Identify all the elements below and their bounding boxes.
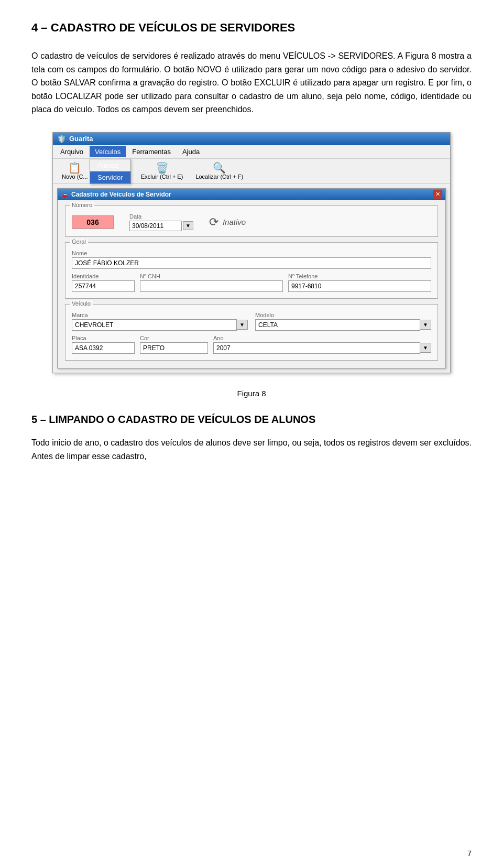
inativo-label: Inativo	[223, 218, 246, 226]
numero-input[interactable]: 036	[72, 215, 114, 229]
excluir-icon: 🗑️	[156, 162, 169, 173]
nome-input[interactable]	[72, 257, 431, 269]
section5-text: Todo inicio de ano, o cadastro dos veícu…	[31, 436, 472, 463]
identidade-input[interactable]	[72, 280, 135, 292]
veiculos-dropdown: Alunos Servidor	[90, 159, 130, 184]
identidade-label: Identidade	[72, 273, 135, 279]
data-field: Data ▼	[129, 213, 193, 231]
app-menubar: Arquivo Veículos Alunos Servidor Ferrame…	[53, 145, 450, 159]
marca-field: Marca ▼	[72, 312, 248, 331]
identity-row: Identidade Nº CNH Nº Telefone	[72, 273, 431, 292]
menu-servidor[interactable]: Servidor	[90, 171, 130, 183]
dialog-title: Cadastro de Veículos de Servidor	[71, 191, 171, 198]
placa-label: Placa	[72, 335, 135, 341]
telefone-field: Nº Telefone	[288, 273, 431, 292]
dialog-icon: 🚗	[61, 191, 69, 198]
data-label: Data	[129, 213, 193, 220]
numero-field: 036	[72, 215, 114, 229]
marca-modelo-row: Marca ▼ Modelo ▼	[72, 312, 431, 331]
menu-alunos[interactable]: Alunos	[90, 159, 130, 171]
intro-paragraph: O cadastro de veículos de servidores é r…	[31, 49, 472, 116]
ano-field: Ano ▼	[213, 335, 431, 354]
identidade-field: Identidade	[72, 273, 135, 292]
date-dropdown-button[interactable]: ▼	[183, 221, 193, 230]
modelo-dropdown-button[interactable]: ▼	[420, 320, 431, 330]
menu-ferramentas[interactable]: Ferramentas	[127, 146, 176, 157]
excluir-button[interactable]: 🗑️ Excluir (Ctrl + E)	[136, 161, 188, 181]
geral-legend: Geral	[70, 238, 88, 245]
telefone-label: Nº Telefone	[288, 273, 431, 279]
modelo-input[interactable]	[255, 319, 420, 331]
modelo-label: Modelo	[255, 312, 431, 318]
numero-legend: Número	[70, 202, 94, 208]
nome-label: Nome	[72, 250, 431, 256]
novo-label: Novo (C...	[62, 173, 88, 180]
spinner-icon: ⟳	[209, 215, 218, 229]
novo-button[interactable]: 📋 Novo (C...	[57, 161, 93, 181]
app-icon: 🛡️	[57, 135, 66, 143]
marca-dropdown-button[interactable]: ▼	[237, 320, 248, 330]
localizar-button[interactable]: 🔍 Localizar (Ctrl + F)	[191, 161, 248, 181]
app-window: 🛡️ Guarita Arquivo Veículos Alunos Servi…	[52, 132, 451, 373]
data-input[interactable]	[129, 221, 182, 231]
dialog-body: Número 036 Data ▼	[58, 200, 445, 368]
dialog-window: 🚗 Cadastro de Veículos de Servidor ✕ Núm…	[57, 188, 446, 368]
localizar-icon: 🔍	[213, 162, 226, 173]
marca-label: Marca	[72, 312, 248, 318]
dialog-titlebar: 🚗 Cadastro de Veículos de Servidor ✕	[58, 189, 445, 200]
section5-title: 5 – LIMPANDO O CADASTRO DE VEÍCULOS DE A…	[31, 414, 472, 426]
ano-input[interactable]	[213, 342, 420, 354]
app-titlebar: 🛡️ Guarita	[53, 133, 450, 145]
cnh-input[interactable]	[140, 280, 283, 292]
ano-select-row: ▼	[213, 342, 431, 354]
cor-label: Cor	[140, 335, 208, 341]
novo-icon: 📋	[68, 162, 81, 173]
ano-dropdown-button[interactable]: ▼	[420, 343, 431, 353]
cor-input[interactable]	[140, 342, 208, 354]
nome-field-container: Nome	[72, 250, 431, 269]
page-number: 7	[467, 849, 472, 858]
placa-field: Placa	[72, 335, 135, 354]
modelo-field: Modelo ▼	[255, 312, 431, 331]
marca-input[interactable]	[72, 319, 237, 331]
placa-input[interactable]	[72, 342, 135, 354]
app-title: Guarita	[69, 135, 93, 143]
page-title: 4 – CADASTRO DE VEÍCULOS DE SERVIDORES	[31, 21, 472, 35]
cnh-label: Nº CNH	[140, 273, 283, 279]
dialog-title-left: 🚗 Cadastro de Veículos de Servidor	[61, 191, 171, 198]
veiculo-legend: Veículo	[70, 300, 93, 307]
menu-arquivo[interactable]: Arquivo	[55, 146, 89, 157]
excluir-label: Excluir (Ctrl + E)	[141, 173, 183, 180]
cor-field: Cor	[140, 335, 208, 354]
cnh-field: Nº CNH	[140, 273, 283, 292]
dialog-close-button[interactable]: ✕	[433, 190, 442, 199]
placa-cor-ano-row: Placa Cor Ano ▼	[72, 335, 431, 354]
marca-select-row: ▼	[72, 319, 248, 331]
modelo-select-row: ▼	[255, 319, 431, 331]
telefone-input[interactable]	[288, 280, 431, 292]
menu-veiculos[interactable]: Veículos Alunos Servidor	[90, 146, 126, 157]
ano-label: Ano	[213, 335, 431, 341]
figure-caption: Figura 8	[31, 389, 472, 398]
localizar-label: Localizar (Ctrl + F)	[195, 173, 243, 180]
menu-ajuda[interactable]: Ajuda	[177, 146, 205, 157]
